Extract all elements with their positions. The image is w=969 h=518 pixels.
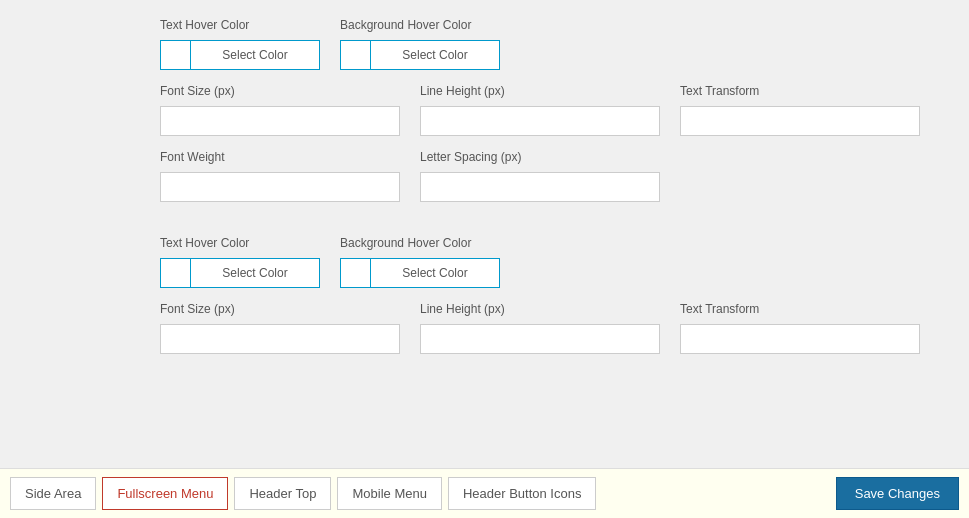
font-size-group-2: Font Size (px) xyxy=(160,302,400,354)
line-height-group-1: Line Height (px) xyxy=(420,84,660,136)
font-row-1: Font Size (px) Line Height (px) Text Tra… xyxy=(160,84,809,136)
color-row-2: Text Hover Color Select Color Background… xyxy=(160,236,809,288)
line-height-label-2: Line Height (px) xyxy=(420,302,660,316)
text-transform-input-2[interactable] xyxy=(680,324,920,354)
text-transform-group-2: Text Transform xyxy=(680,302,920,354)
font-size-label-2: Font Size (px) xyxy=(160,302,400,316)
font-size-group-1: Font Size (px) xyxy=(160,84,400,136)
line-height-group-2: Line Height (px) xyxy=(420,302,660,354)
font-size-input-2[interactable] xyxy=(160,324,400,354)
line-height-label-1: Line Height (px) xyxy=(420,84,660,98)
bg-hover-color-swatch-1 xyxy=(341,41,371,69)
text-hover-color-swatch-1 xyxy=(161,41,191,69)
text-transform-group-1: Text Transform xyxy=(680,84,920,136)
text-hover-color-group-2: Text Hover Color Select Color xyxy=(160,236,320,288)
letter-spacing-group-1: Letter Spacing (px) xyxy=(420,150,660,202)
font-weight-input-1[interactable] xyxy=(160,172,400,202)
bg-hover-color-label-2: Background Hover Color xyxy=(340,236,500,250)
font-size-label-1: Font Size (px) xyxy=(160,84,400,98)
line-height-input-2[interactable] xyxy=(420,324,660,354)
font-size-input-1[interactable] xyxy=(160,106,400,136)
bg-hover-color-group-1: Background Hover Color Select Color xyxy=(340,18,500,70)
main-content: Text Hover Color Select Color Background… xyxy=(0,0,969,468)
text-hover-color-swatch-2 xyxy=(161,259,191,287)
bg-hover-color-swatch-2 xyxy=(341,259,371,287)
bottom-bar: Side Area Fullscreen Menu Header Top Mob… xyxy=(0,468,969,518)
bg-hover-color-group-2: Background Hover Color Select Color xyxy=(340,236,500,288)
section-1: Text Hover Color Select Color Background… xyxy=(0,10,969,376)
tab-header-top[interactable]: Header Top xyxy=(234,477,331,510)
bg-hover-color-btn-label-2: Select Color xyxy=(371,266,499,280)
letter-spacing-label-1: Letter Spacing (px) xyxy=(420,150,660,164)
save-changes-button[interactable]: Save Changes xyxy=(836,477,959,510)
text-transform-input-1[interactable] xyxy=(680,106,920,136)
tab-fullscreen-menu[interactable]: Fullscreen Menu xyxy=(102,477,228,510)
bg-hover-color-btn-label-1: Select Color xyxy=(371,48,499,62)
bg-hover-color-label-1: Background Hover Color xyxy=(340,18,500,32)
weight-row-1: Font Weight Letter Spacing (px) xyxy=(160,150,809,202)
text-hover-color-btn-label-2: Select Color xyxy=(191,266,319,280)
text-hover-color-label-2: Text Hover Color xyxy=(160,236,320,250)
separator-1 xyxy=(160,216,809,236)
font-weight-label-1: Font Weight xyxy=(160,150,400,164)
font-row-2: Font Size (px) Line Height (px) Text Tra… xyxy=(160,302,809,354)
bg-hover-color-btn-2[interactable]: Select Color xyxy=(340,258,500,288)
tab-header-button-icons[interactable]: Header Button Icons xyxy=(448,477,597,510)
letter-spacing-input-1[interactable] xyxy=(420,172,660,202)
text-hover-color-btn-2[interactable]: Select Color xyxy=(160,258,320,288)
font-weight-group-1: Font Weight xyxy=(160,150,400,202)
text-hover-color-group-1: Text Hover Color Select Color xyxy=(160,18,320,70)
text-hover-color-label-1: Text Hover Color xyxy=(160,18,320,32)
text-hover-color-btn-label-1: Select Color xyxy=(191,48,319,62)
bg-hover-color-btn-1[interactable]: Select Color xyxy=(340,40,500,70)
text-hover-color-btn-1[interactable]: Select Color xyxy=(160,40,320,70)
text-transform-label-2: Text Transform xyxy=(680,302,920,316)
tab-mobile-menu[interactable]: Mobile Menu xyxy=(337,477,441,510)
color-row-1: Text Hover Color Select Color Background… xyxy=(160,18,809,70)
tab-side-area[interactable]: Side Area xyxy=(10,477,96,510)
text-transform-label-1: Text Transform xyxy=(680,84,920,98)
line-height-input-1[interactable] xyxy=(420,106,660,136)
